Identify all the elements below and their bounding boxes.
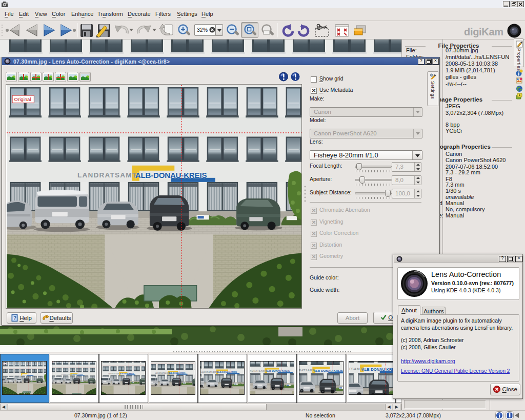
svg-text:?: ? (13, 315, 16, 321)
